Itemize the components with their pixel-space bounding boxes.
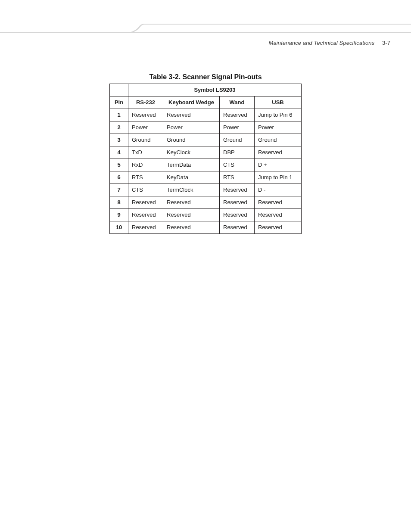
cell-wand: Power [220,121,255,134]
cell-wand: Reserved [220,221,255,234]
cell-keyboard-wedge: KeyClock [163,146,220,159]
pinout-table-container: Symbol LS9203 Pin RS-232 Keyboard Wedge … [109,84,302,234]
cell-wand: Ground [220,134,255,146]
table-super-header: Symbol LS9203 [128,84,302,96]
cell-keyboard-wedge: Reserved [163,221,220,234]
cell-pin: 3 [110,134,128,146]
table-super-header-row: Symbol LS9203 [110,84,302,96]
col-header-keyboard-wedge: Keyboard Wedge [163,96,220,109]
cell-wand: Reserved [220,109,255,121]
cell-usb: Reserved [255,209,302,221]
pinout-table: Symbol LS9203 Pin RS-232 Keyboard Wedge … [109,84,302,234]
cell-keyboard-wedge: Reserved [163,209,220,221]
cell-pin: 1 [110,109,128,121]
table-row: 2 Power Power Power Power [110,121,302,134]
cell-wand: Reserved [220,196,255,209]
cell-pin: 7 [110,184,128,196]
cell-wand: RTS [220,171,255,184]
table-row: 8 Reserved Reserved Reserved Reserved [110,196,302,209]
cell-keyboard-wedge: TermData [163,159,220,171]
cell-rs232: Power [128,121,163,134]
cell-usb: D + [255,159,302,171]
table-row: 10 Reserved Reserved Reserved Reserved [110,221,302,234]
cell-rs232: Ground [128,134,163,146]
cell-pin: 6 [110,171,128,184]
table-row: 9 Reserved Reserved Reserved Reserved [110,209,302,221]
cell-pin: 10 [110,221,128,234]
table-corner-blank [110,84,128,96]
cell-wand: Reserved [220,209,255,221]
cell-rs232: RTS [128,171,163,184]
table-header-row: Pin RS-232 Keyboard Wedge Wand USB [110,96,302,109]
cell-rs232: RxD [128,159,163,171]
cell-keyboard-wedge: Reserved [163,196,220,209]
cell-usb: Jump to Pin 1 [255,171,302,184]
cell-rs232: Reserved [128,109,163,121]
col-header-wand: Wand [220,96,255,109]
table-row: 7 CTS TermClock Reserved D - [110,184,302,196]
cell-rs232: TxD [128,146,163,159]
cell-pin: 9 [110,209,128,221]
cell-usb: Power [255,121,302,134]
top-horizontal-rule [0,32,411,33]
cell-keyboard-wedge: Ground [163,134,220,146]
cell-usb: Reserved [255,146,302,159]
cell-wand: CTS [220,159,255,171]
cell-usb: D - [255,184,302,196]
cell-wand: Reserved [220,184,255,196]
cell-keyboard-wedge: Power [163,121,220,134]
cell-usb: Reserved [255,196,302,209]
cell-rs232: CTS [128,184,163,196]
running-header-section: Maintenance and Technical Specifications [269,40,375,46]
cell-usb: Reserved [255,221,302,234]
table-row: 6 RTS KeyData RTS Jump to Pin 1 [110,171,302,184]
page: Maintenance and Technical Specifications… [0,0,411,532]
col-header-rs232: RS-232 [128,96,163,109]
cell-keyboard-wedge: TermClock [163,184,220,196]
table-body: 1 Reserved Reserved Reserved Jump to Pin… [110,109,302,234]
table-caption: Table 3-2. Scanner Signal Pin-outs [0,73,411,81]
cell-usb: Jump to Pin 6 [255,109,302,121]
running-header: Maintenance and Technical Specifications… [269,40,390,46]
cell-usb: Ground [255,134,302,146]
cell-pin: 4 [110,146,128,159]
cell-pin: 2 [110,121,128,134]
col-header-pin: Pin [110,96,128,109]
cell-pin: 5 [110,159,128,171]
table-row: 5 RxD TermData CTS D + [110,159,302,171]
cell-pin: 8 [110,196,128,209]
col-header-usb: USB [255,96,302,109]
table-row: 3 Ground Ground Ground Ground [110,134,302,146]
table-row: 1 Reserved Reserved Reserved Jump to Pin… [110,109,302,121]
cell-rs232: Reserved [128,209,163,221]
cell-keyboard-wedge: KeyData [163,171,220,184]
cell-keyboard-wedge: Reserved [163,109,220,121]
table-row: 4 TxD KeyClock DBP Reserved [110,146,302,159]
cell-rs232: Reserved [128,196,163,209]
running-header-page-number: 3-7 [382,40,390,46]
cell-rs232: Reserved [128,221,163,234]
cell-wand: DBP [220,146,255,159]
